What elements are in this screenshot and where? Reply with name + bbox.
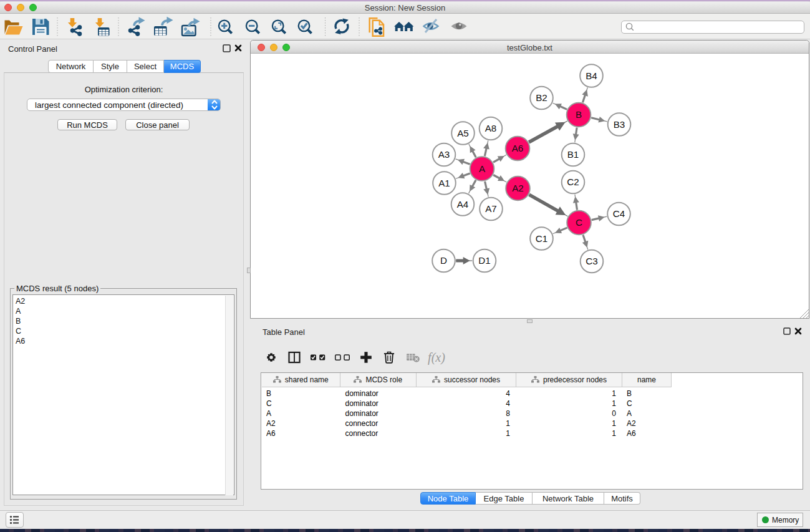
svg-text:D1: D1 [478,255,490,266]
svg-text:A3: A3 [438,149,450,160]
svg-text:B: B [576,109,582,120]
svg-text:C3: C3 [586,256,597,266]
svg-text:C2: C2 [567,177,579,187]
svg-text:A6: A6 [512,143,524,153]
svg-text:B1: B1 [567,149,579,160]
svg-text:A: A [479,163,486,174]
svg-text:f(x): f(x) [428,351,445,365]
svg-text:C1: C1 [536,233,547,244]
svg-text:A1: A1 [438,178,450,188]
svg-text:A4: A4 [457,199,469,210]
svg-text:A2: A2 [512,183,524,193]
svg-text:B2: B2 [536,92,547,103]
svg-text:B3: B3 [614,119,625,130]
svg-text:A5: A5 [457,128,469,138]
svg-text:C4: C4 [613,208,625,219]
svg-text:A7: A7 [485,203,497,214]
svg-text:D: D [440,255,447,266]
svg-text:C: C [576,217,582,228]
svg-text:A8: A8 [485,123,497,133]
svg-text:B4: B4 [586,70,597,81]
